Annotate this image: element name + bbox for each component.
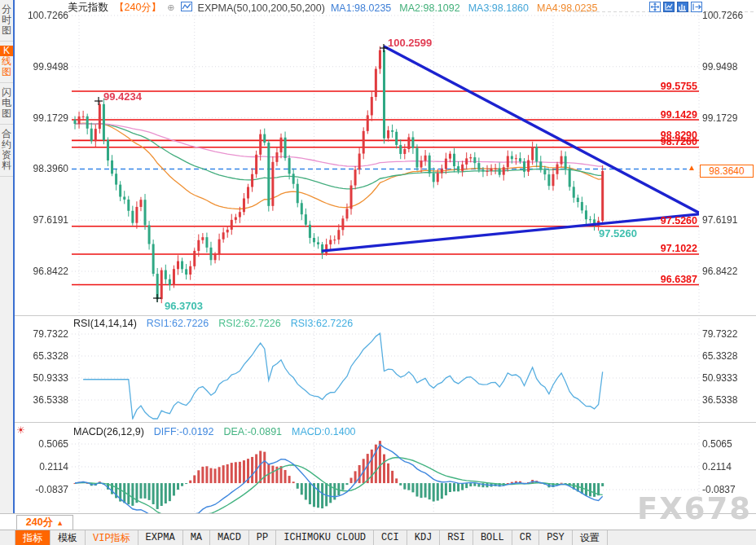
rsi-y-axis-label-left: 79.7322: [15, 328, 68, 340]
main-y-axis-label-left: 98.3960: [15, 163, 68, 174]
ma-value: MA1:98.0235: [331, 2, 391, 14]
sidebar-tab-char: 图: [0, 25, 13, 36]
toolbar-button-设置[interactable]: 设置: [573, 530, 608, 545]
macd-values: DIFF:-0.0192DEA:-0.0891MACD:0.1400: [154, 426, 356, 437]
toolbar-button-模板[interactable]: 模板: [51, 530, 86, 545]
toolbar-spacer: [0, 530, 15, 545]
dropdown-arrow-icon: ▲: [56, 519, 64, 527]
rsi-y-axis-label-left: 50.9333: [15, 372, 68, 384]
level-label: 98.7260: [600, 136, 697, 147]
sidebar-tab-分时图[interactable]: 分时图: [0, 0, 13, 42]
level-label: 99.5755: [600, 81, 697, 92]
macd-value: DEA:-0.0891: [223, 426, 282, 437]
symbol-title: 美元指数: [68, 1, 108, 15]
rsi-y-axis-label-right: 36.5338: [702, 394, 737, 406]
main-y-axis-label-left: 100.7266: [15, 10, 68, 21]
main-y-axis-label-left: 96.8422: [15, 266, 68, 277]
main-y-axis-label-right: 96.8422: [702, 266, 737, 277]
rsi-values: RSI1:62.7226RSI2:62.7226RSI3:62.7226: [147, 318, 353, 329]
ma-value: MA3:98.1860: [468, 2, 529, 14]
toolbar-button-EXPMA[interactable]: EXPMA: [138, 530, 183, 545]
level-label: 97.1022: [600, 243, 697, 254]
link-plus-icon[interactable]: ⊕: [167, 2, 174, 13]
toolbar-button-RSI[interactable]: RSI: [440, 530, 473, 545]
level-label: 99.1429: [600, 109, 697, 121]
toolbar-button-指标[interactable]: 指标: [15, 530, 51, 545]
rsi-y-axis-label-left: 65.3328: [15, 350, 68, 362]
timeframe-label: 【240分】: [114, 1, 161, 15]
level-label: 97.5260: [600, 215, 697, 226]
price-annotation: 99.4234: [103, 90, 142, 103]
main-y-axis-label-right: 99.1729: [702, 112, 737, 124]
macd-y-axis-label-left: 0.5065: [15, 438, 68, 450]
macd-value: DIFF:-0.0192: [154, 426, 214, 437]
toolbar-button-CR[interactable]: CR: [512, 530, 539, 545]
price-annotation: 100.2599: [388, 37, 432, 49]
rsi-title: RSI(14,14,14): [73, 318, 137, 329]
sidebar-tab-闪电图[interactable]: 闪电图: [0, 83, 13, 125]
ma-values: MA1:98.0235MA2:98.1092MA3:98.1860MA4:98.…: [331, 2, 597, 14]
price-annotation: 96.3703: [165, 300, 203, 312]
left-sidebar: 分时图K线图闪电图合约资料: [0, 0, 15, 513]
macd-y-axis-label-right: 0.5065: [702, 438, 732, 450]
bar-chart-icon[interactable]: [677, 2, 688, 12]
toolbar-button-ICHIMOKU CLOUD[interactable]: ICHIMOKU CLOUD: [276, 530, 374, 545]
sidebar-tab-合约资料[interactable]: 合约资料: [0, 125, 13, 177]
toolbar-button-PP[interactable]: PP: [249, 530, 276, 545]
main-y-axis-label-left: 99.9498: [15, 61, 68, 73]
pan-icon[interactable]: [649, 2, 661, 12]
sidebar-tab-char: 图: [0, 108, 13, 119]
chart-header: 美元指数 【240分】 ⊕ EXPMA(50,100,200,50,200) M…: [68, 1, 597, 15]
toolbar-button-CCI[interactable]: CCI: [374, 530, 407, 545]
level-label: 96.6387: [600, 274, 697, 285]
rsi-header: RSI(14,14,14) RSI1:62.7226RSI2:62.7226RS…: [73, 318, 353, 329]
sidebar-tab-K线图[interactable]: K线图: [0, 42, 13, 83]
toolbar-button-BOLL[interactable]: BOLL: [473, 530, 512, 545]
toolbar-button-KDJ[interactable]: KDJ: [407, 530, 441, 545]
macd-title: MACD(26,12,9): [73, 426, 144, 437]
rsi-value: RSI1:62.7226: [147, 318, 209, 329]
ma-value: MA2:98.1092: [399, 2, 459, 14]
exit-icon[interactable]: [691, 2, 702, 12]
sidebar-tab-char: 料: [0, 160, 13, 171]
rsi-y-axis-label-left: 36.5338: [15, 394, 68, 406]
header-toolbar-icons: [649, 2, 702, 12]
macd-y-axis-label-left: 0.2114: [15, 461, 68, 472]
macd-y-axis-label-left: -0.0837: [15, 484, 68, 495]
rsi-value: RSI2:62.7226: [218, 318, 280, 329]
price-annotation: 97.5260: [599, 227, 637, 240]
watermark: FX678: [637, 491, 752, 526]
macd-header: MACD(26,12,9) DIFF:-0.0192DEA:-0.0891MAC…: [73, 426, 356, 437]
main-y-axis-label-left: 97.6191: [15, 214, 68, 226]
main-y-axis-label-right: 100.7266: [702, 10, 743, 21]
rsi-y-axis-label-right: 65.3328: [702, 350, 737, 362]
rsi-y-axis-label-right: 79.7322: [702, 328, 737, 340]
ma-value: MA4:98.0235: [537, 2, 597, 14]
indicator-toolbar: 指标模板VIP指标EXPMAMAMACDPPICHIMOKU CLOUDCCIK…: [0, 530, 756, 545]
toolbar-button-VIP指标[interactable]: VIP指标: [86, 530, 138, 545]
toolbar-button-MACD[interactable]: MACD: [210, 530, 249, 545]
indicator-params: EXPMA(50,100,200,50,200): [198, 2, 325, 14]
rsi-value: RSI3:62.7226: [291, 318, 353, 329]
macd-settings-icon[interactable]: ☀: [16, 424, 25, 436]
current-price-badge: 98.3640: [700, 165, 754, 178]
price-up-arrow-icon: ▲: [688, 163, 696, 172]
axes-chart-icon[interactable]: [663, 2, 675, 12]
timeframe-dropdown-label: 240分: [26, 516, 53, 530]
toolbar-button-MA[interactable]: MA: [183, 530, 210, 545]
toolbar-button-PSY[interactable]: PSY: [539, 530, 573, 545]
timeframe-dropdown[interactable]: 240分 ▲: [16, 515, 73, 530]
rsi-y-axis-label-right: 50.9333: [702, 372, 737, 384]
main-y-axis-label-right: 99.9498: [702, 61, 737, 73]
main-y-axis-label-right: 97.6191: [702, 214, 737, 226]
main-y-axis-label-left: 99.1729: [15, 112, 68, 124]
sidebar-tab-char: 图: [0, 67, 13, 77]
macd-value: MACD:0.1400: [292, 426, 356, 437]
chart-app: 美元指数 【240分】 ⊕ EXPMA(50,100,200,50,200) M…: [0, 0, 756, 545]
macd-y-axis-label-right: 0.2114: [702, 461, 732, 472]
legend-chart-icon: [181, 2, 192, 14]
